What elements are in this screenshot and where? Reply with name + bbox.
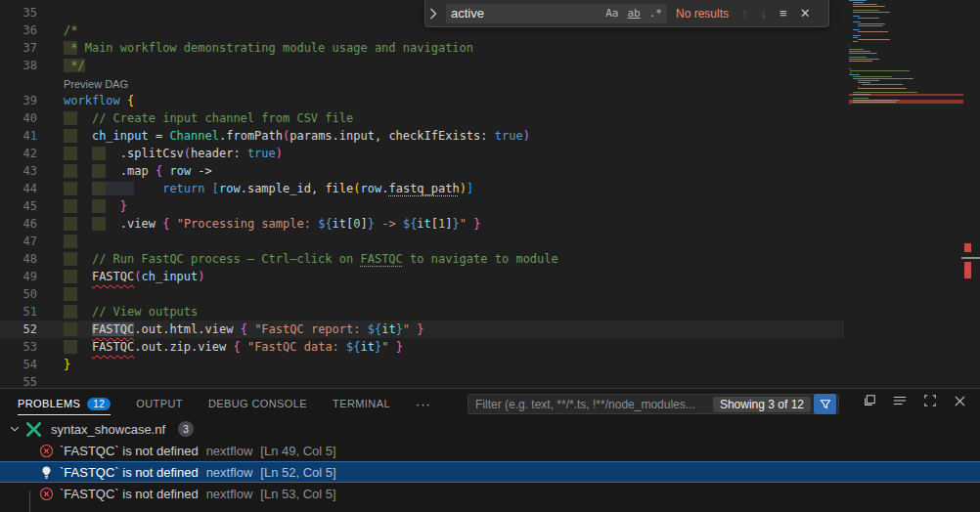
line-number: 39 <box>0 92 37 109</box>
error-icon <box>39 444 54 458</box>
code-lens-preview-dag[interactable]: Preview DAG <box>64 78 128 90</box>
regex-icon[interactable]: .* <box>649 7 662 20</box>
find-input[interactable]: active <box>451 6 597 21</box>
close-find-widget-icon[interactable]: ✕ <box>800 6 811 21</box>
problem-message: `FASTQC` is not defined <box>60 465 199 480</box>
panel-header: PROBLEMS 12 OUTPUT DEBUG CONSOLE TERMINA… <box>0 389 980 418</box>
minimap-content <box>849 0 963 107</box>
whole-word-icon[interactable]: ab <box>628 7 641 20</box>
chevron-down-icon[interactable] <box>9 423 21 435</box>
line-number: 47 <box>0 233 37 250</box>
minimap[interactable] <box>849 0 963 388</box>
tab-debug-console[interactable]: DEBUG CONSOLE <box>208 389 307 418</box>
collapse-all-icon[interactable] <box>863 394 876 407</box>
find-results-status: No results <box>676 7 729 21</box>
tab-problems[interactable]: PROBLEMS 12 <box>18 389 111 418</box>
tab-terminal[interactable]: TERMINAL <box>333 389 390 418</box>
line-number: 52 <box>0 320 37 338</box>
line-number: 43 <box>0 162 37 180</box>
bottom-panel: PROBLEMS 12 OUTPUT DEBUG CONSOLE TERMINA… <box>0 388 980 512</box>
more-actions-icon[interactable]: ··· <box>416 397 431 411</box>
code-line-45[interactable]: 45 } <box>0 197 849 215</box>
problems-file-group[interactable]: syntax_showcase.nf 3 <box>0 418 980 440</box>
code-line-40[interactable]: 40 // Create input channel from CSV file <box>0 109 849 127</box>
code-editor[interactable]: 3536/*37 * Main workflow demonstrating m… <box>0 0 980 388</box>
tab-problems-label: PROBLEMS <box>18 398 80 409</box>
code-line-55[interactable]: 55 <box>0 373 849 388</box>
code-line-48[interactable]: 48 // Run FastQC process – Ctrl–click on… <box>0 250 849 268</box>
line-number: 38 <box>0 57 37 74</box>
find-next-icon[interactable]: ↓ <box>761 6 768 21</box>
code-line-53[interactable]: 53 FASTQC.out.zip.view { "FastQC data: $… <box>0 338 849 356</box>
file-problem-count-badge: 3 <box>178 421 194 437</box>
find-input-box: active Aa ab .* <box>446 4 667 23</box>
maximize-panel-icon[interactable] <box>923 394 937 407</box>
code-line-37[interactable]: 37 * Main workflow demonstrating module … <box>0 39 849 57</box>
code-line-39[interactable]: 39workflow { <box>0 92 849 109</box>
panel-tabs: PROBLEMS 12 OUTPUT DEBUG CONSOLE TERMINA… <box>18 389 431 418</box>
problem-row-selected[interactable]: `FASTQC` is not defined nextflow [Ln 52,… <box>0 461 980 483</box>
line-number: 45 <box>0 197 37 215</box>
code-line-50[interactable]: 50 <box>0 285 849 303</box>
line-number: 35 <box>0 4 37 21</box>
code-line-54[interactable]: 54} <box>0 356 849 373</box>
line-number: 37 <box>0 39 37 57</box>
problem-message: `FASTQC` is not defined <box>60 444 199 458</box>
problem-source: nextflow <box>206 444 253 458</box>
line-number: 40 <box>0 109 37 127</box>
line-number: 48 <box>0 250 37 268</box>
line-number: 41 <box>0 127 37 145</box>
line-number: 49 <box>0 268 37 285</box>
panel-actions <box>863 394 966 407</box>
find-in-selection-icon[interactable]: ≡ <box>780 6 787 21</box>
lightbulb-icon[interactable] <box>39 465 54 480</box>
error-icon <box>39 487 54 501</box>
code-line-51[interactable]: 51 // View outputs <box>0 303 849 320</box>
line-number: 54 <box>0 356 37 373</box>
code-line-43[interactable]: 43 .map { row -> <box>0 162 849 180</box>
line-number: 53 <box>0 338 37 356</box>
problems-count-badge: 12 <box>87 398 111 410</box>
problem-source: nextflow <box>206 465 253 480</box>
code-line-47[interactable]: 47 <box>0 233 849 250</box>
problem-message: `FASTQC` is not defined <box>60 487 199 501</box>
code-line-46[interactable]: 46 .view { "Processing sample: ${it[0]} … <box>0 215 849 233</box>
line-number: 55 <box>0 373 37 388</box>
overview-ruler <box>961 0 980 388</box>
filter-input[interactable] <box>475 398 713 411</box>
view-as-table-icon[interactable] <box>893 394 907 407</box>
find-previous-icon[interactable]: ↑ <box>741 6 748 21</box>
close-panel-icon[interactable] <box>954 395 966 407</box>
tab-output[interactable]: OUTPUT <box>136 389 183 418</box>
code-line-38[interactable]: 38 */ <box>0 57 849 74</box>
line-number: 42 <box>0 145 37 162</box>
line-number: 50 <box>0 285 37 303</box>
line-number: 44 <box>0 180 37 197</box>
line-number: 51 <box>0 303 37 320</box>
problem-row[interactable]: `FASTQC` is not defined nextflow [Ln 53,… <box>0 483 980 504</box>
code-lines: 3536/*37 * Main workflow demonstrating m… <box>0 4 849 388</box>
filter-input-box: Showing 3 of 12 <box>468 394 839 414</box>
problems-tree: syntax_showcase.nf 3 `FASTQC` is not def… <box>0 418 980 504</box>
problems-filter: Showing 3 of 12 <box>468 394 839 414</box>
line-number: 36 <box>0 21 37 39</box>
problem-location: [Ln 53, Col 5] <box>260 487 335 501</box>
toggle-replace-icon[interactable] <box>429 8 443 20</box>
filter-icon[interactable] <box>814 394 836 414</box>
problem-row[interactable]: `FASTQC` is not defined nextflow [Ln 49,… <box>0 440 980 461</box>
code-line-42[interactable]: 42 .splitCsv(header: true) <box>0 145 849 162</box>
problem-location: [Ln 49, Col 5] <box>260 444 335 458</box>
vscode-window: 3536/*37 * Main workflow demonstrating m… <box>0 0 980 512</box>
code-line-41[interactable]: 41 ch_input = Channel.fromPath(params.in… <box>0 127 849 145</box>
match-case-icon[interactable]: Aa <box>605 7 618 20</box>
ruler-error-marker <box>964 262 971 278</box>
problems-file-name: syntax_showcase.nf <box>51 422 165 437</box>
code-line-44[interactable]: 44 return [row.sample_id, file(row.fastq… <box>0 180 849 197</box>
showing-count: Showing 3 of 12 <box>713 397 811 412</box>
ruler-cursor-marker <box>961 257 980 259</box>
code-line-49[interactable]: 49 FASTQC(ch_input) <box>0 268 849 285</box>
nextflow-icon <box>25 422 42 437</box>
code-line-52[interactable]: 52 FASTQC.out.html.view { "FastQC report… <box>0 320 849 338</box>
line-number: 46 <box>0 215 37 233</box>
problem-location: [Ln 52, Col 5] <box>260 465 335 480</box>
